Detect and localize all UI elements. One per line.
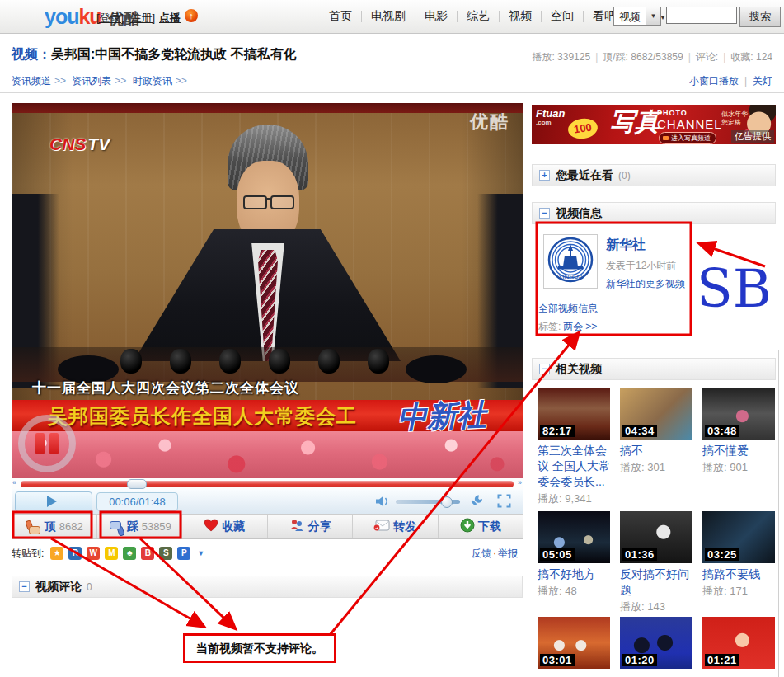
envelope-icon xyxy=(373,520,390,534)
nav-video[interactable]: 视频 xyxy=(500,9,541,24)
social-icon-2[interactable]: R xyxy=(68,547,82,560)
related-video-title[interactable]: 搞路不要钱 xyxy=(702,567,778,582)
volume-handle[interactable] xyxy=(441,496,453,508)
social-icon-3[interactable]: W xyxy=(87,547,100,560)
share-more-caret-icon[interactable]: ▼ xyxy=(197,549,204,557)
login-link[interactable]: [登录] xyxy=(96,11,124,26)
expand-icon[interactable]: + xyxy=(539,170,550,181)
ad-cta-button[interactable]: 进入写真频道 xyxy=(659,132,716,144)
youku-logo[interactable]: youku 优酷 xyxy=(45,5,140,30)
related-video-title[interactable]: 搞不好地方 xyxy=(538,567,613,582)
nav-movies[interactable]: 电影 xyxy=(415,9,457,24)
video-thumbnail[interactable]: 04:34 xyxy=(620,388,692,440)
social-icon-4[interactable]: M xyxy=(105,547,118,560)
search-button[interactable]: 搜索 xyxy=(739,7,781,27)
download-button[interactable]: 下载 xyxy=(439,515,523,538)
vod-link[interactable]: 点播 xyxy=(159,11,181,26)
fullscreen-icon[interactable] xyxy=(497,494,511,511)
feedback-link[interactable]: 反馈 xyxy=(472,548,491,559)
forward-button[interactable]: 转发 xyxy=(353,515,439,538)
comments-section-header: − 视频评论 0 xyxy=(12,576,523,598)
settings-wrench-icon[interactable] xyxy=(470,494,484,511)
crumb-list[interactable]: 资讯列表 xyxy=(72,75,111,87)
banner-headline: 吴邦国委员长作全国人大常委会工 xyxy=(48,403,357,430)
video-thumbnail[interactable]: 03:25 xyxy=(702,511,775,563)
annotation-notice: 当前视频暂不支持评论。 xyxy=(183,633,336,663)
favorite-button[interactable]: 收藏 xyxy=(182,515,268,538)
nav-tv-series[interactable]: 电视剧 xyxy=(362,9,415,24)
search-scope-select[interactable]: 视频 ▾ xyxy=(613,7,661,26)
related-video-card: 04:34 搞不 播放: 301 xyxy=(620,388,696,475)
video-caption: 十一届全国人大四次会议第二次全体会议 xyxy=(32,378,519,397)
collapse-icon[interactable]: − xyxy=(539,208,550,219)
related-video-card: 82:17 第三次全体会议 全国人大常委会委员长... 播放: 9,341 xyxy=(538,388,613,506)
tag-more-link[interactable]: >> xyxy=(585,321,597,332)
nav-space[interactable]: 空间 xyxy=(542,9,583,24)
nav-home[interactable]: 首页 xyxy=(320,9,361,24)
duration-badge: 01:36 xyxy=(622,548,657,561)
seek-bar[interactable]: « » xyxy=(12,478,523,489)
up-arrow-icon: ↑ xyxy=(185,9,198,22)
related-video-plays: 播放: 48 xyxy=(538,584,613,599)
svg-text:XINHUA: XINHUA xyxy=(558,273,584,280)
news-banner: 吴邦国委员长作全国人大常委会工 中新社 xyxy=(12,400,523,431)
video-thumbnail[interactable]: 01:21 xyxy=(702,617,775,669)
uploader-more-videos-link[interactable]: 新华社的更多视频 xyxy=(606,277,685,291)
lights-off-link[interactable]: 关灯 xyxy=(753,75,772,87)
seek-track[interactable] xyxy=(21,481,514,487)
video-thumbnail[interactable]: 01:20 xyxy=(620,617,692,669)
uploader-avatar[interactable]: XINHUA xyxy=(543,234,598,289)
crumb-channel[interactable]: 资讯频道 xyxy=(12,75,51,87)
pause-overlay-button[interactable] xyxy=(18,415,76,472)
video-thumbnail[interactable]: 03:48 xyxy=(702,388,775,440)
people-icon xyxy=(289,519,305,535)
share-button[interactable]: 分享 xyxy=(268,515,354,538)
related-video-title[interactable]: 反对搞不好问题 xyxy=(620,567,696,598)
video-thumbnail[interactable]: 82:17 xyxy=(538,388,610,440)
video-thumbnail[interactable]: 03:01 xyxy=(538,617,610,669)
related-video-title[interactable]: 搞不懂爱 xyxy=(702,443,778,458)
social-icon-7[interactable]: S xyxy=(159,547,172,560)
thumbs-down-icon xyxy=(107,520,124,534)
thumbs-up-button[interactable]: 顶8682 xyxy=(12,515,97,538)
volume-icon[interactable] xyxy=(375,496,392,510)
flower-decoration xyxy=(12,431,523,478)
play-button[interactable] xyxy=(15,491,92,512)
all-video-info-link[interactable]: 全部视频信息 xyxy=(538,302,598,316)
video-thumbnail[interactable]: 01:36 xyxy=(620,511,692,563)
social-icon-6[interactable]: B xyxy=(141,547,154,560)
video-player[interactable]: 十一届全国人大四次会议第二次全体会议 吴邦国委员长作全国人大常委会工 中新社 优… xyxy=(12,103,523,478)
duration-badge: 03:01 xyxy=(540,654,575,666)
register-link[interactable]: [注册] xyxy=(128,11,155,26)
microphone-icon xyxy=(318,349,340,374)
duration-badge: 01:20 xyxy=(622,654,657,666)
mini-player-link[interactable]: 小窗口播放 xyxy=(689,75,739,87)
seek-forward-icon[interactable]: » xyxy=(518,478,522,487)
report-link[interactable]: 举报 xyxy=(498,548,518,559)
video-frame xyxy=(12,103,523,113)
tag-link[interactable]: 两会 xyxy=(563,321,583,332)
related-video-plays: 播放: 301 xyxy=(620,460,696,475)
seek-handle[interactable] xyxy=(127,479,147,489)
related-video-title[interactable]: 第三次全体会议 全国人大常委会委员长... xyxy=(538,443,613,490)
social-icon-5[interactable]: ♣ xyxy=(123,547,136,560)
thumbs-down-button[interactable]: 踩53859 xyxy=(97,515,183,538)
social-icon-8[interactable]: P xyxy=(177,547,190,560)
video-thumbnail[interactable]: 05:05 xyxy=(538,511,610,563)
seek-back-icon[interactable]: « xyxy=(12,478,16,487)
speaker-glasses xyxy=(242,195,296,209)
collapse-icon[interactable]: − xyxy=(539,364,550,374)
search-input[interactable] xyxy=(666,7,737,24)
video-stats: 播放: 339125|顶/踩: 8682/53859|评论:|收藏: 124 xyxy=(532,50,772,64)
nav-variety[interactable]: 综艺 xyxy=(458,9,499,24)
uploader-name-link[interactable]: 新华社 xyxy=(606,237,646,254)
video-info-header: − 视频信息 xyxy=(532,202,776,224)
title-prefix: 视频： xyxy=(12,47,51,61)
crumb-politics[interactable]: 时政资讯 xyxy=(133,75,172,87)
ad-headline: 写真 xyxy=(610,106,660,139)
collapse-icon[interactable]: − xyxy=(19,581,30,592)
social-icon-1[interactable]: ★ xyxy=(50,547,63,560)
related-video-title[interactable]: 搞不 xyxy=(620,443,696,458)
ad-banner[interactable]: Ftuan.com 100 写真 PHOTO CHANNEL 似水年华 我们为您… xyxy=(532,105,776,144)
select-caret-icon[interactable]: ▾ xyxy=(646,7,660,25)
